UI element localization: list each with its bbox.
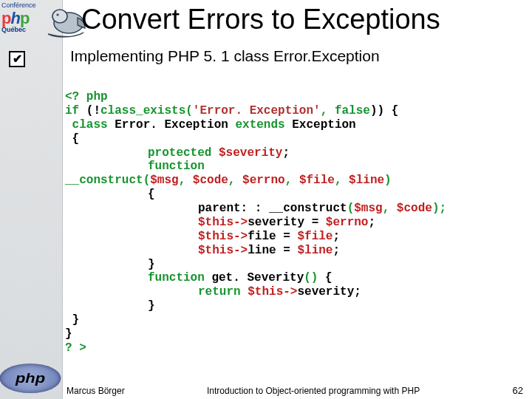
logo-top-word: Conférence (1, 1, 36, 9)
footer-page-number: 62 (513, 385, 523, 396)
svg-point-1 (52, 10, 67, 23)
check-icon: ✔ (9, 51, 25, 67)
code-block: <? php if (!class_exists('Error. Excepti… (65, 90, 527, 355)
conference-logo: Conférence php Québec (1, 1, 90, 42)
code-open-tag: <? php (65, 90, 108, 103)
slide-title: Convert Errors to Exceptions (81, 4, 440, 35)
footer-title: Introduction to Object-oriented programm… (207, 386, 420, 396)
slide-subtitle: Implementing PHP 5. 1 class Error.Except… (70, 47, 380, 65)
logo-region: Québec (1, 26, 26, 33)
php-logo-icon: php (0, 364, 61, 393)
svg-point-2 (56, 13, 58, 16)
footer-author: Marcus Börger (66, 386, 125, 396)
